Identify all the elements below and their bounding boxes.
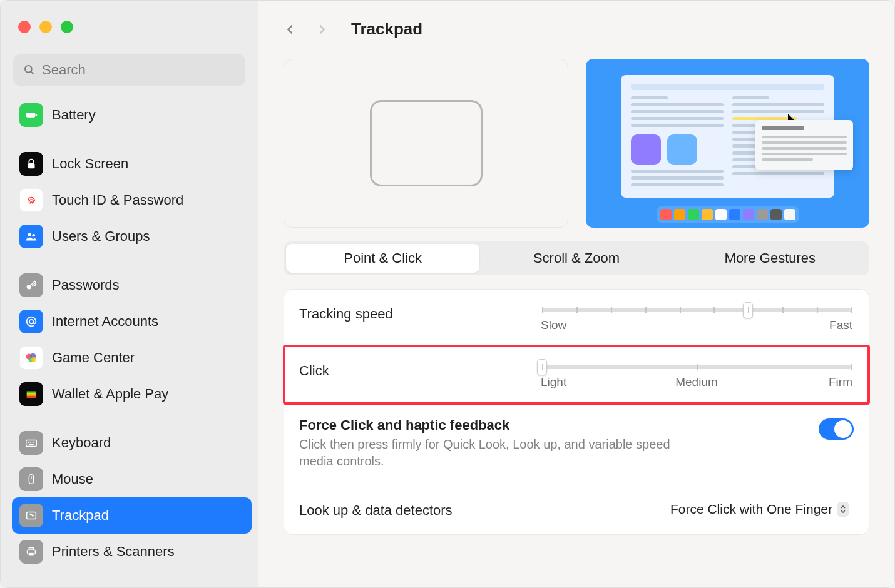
select-stepper-icon	[837, 502, 849, 517]
svg-point-0	[25, 66, 32, 73]
sidebar-item-label: Wallet & Apple Pay	[52, 386, 168, 402]
sidebar-item-battery[interactable]: Battery	[12, 97, 252, 133]
sidebar: Battery Lock Screen Touch ID & Password	[1, 1, 258, 587]
click-opt-firm: Firm	[749, 375, 852, 389]
tab-more-gestures[interactable]: More Gestures	[673, 244, 867, 273]
minimize-window-button[interactable]	[39, 21, 52, 33]
key-icon	[19, 273, 43, 297]
keyboard-icon	[19, 431, 43, 455]
battery-icon	[19, 103, 43, 127]
lookup-value: Force Click with One Finger	[670, 502, 832, 517]
sidebar-item-users-groups[interactable]: Users & Groups	[12, 218, 252, 255]
svg-rect-21	[29, 444, 33, 445]
svg-rect-22	[29, 475, 33, 484]
close-window-button[interactable]	[18, 21, 31, 33]
sidebar-item-passwords[interactable]: Passwords	[12, 267, 252, 303]
sidebar-item-wallet[interactable]: Wallet & Apple Pay	[12, 376, 252, 412]
trackpad-preview	[284, 59, 568, 228]
force-click-toggle[interactable]	[819, 418, 854, 440]
svg-rect-15	[27, 395, 36, 397]
sidebar-item-game-center[interactable]: Game Center	[12, 340, 252, 376]
mouse-icon	[19, 467, 43, 491]
svg-rect-14	[27, 393, 36, 395]
page-title: Trackpad	[351, 19, 422, 39]
tracking-speed-slider[interactable]: Slow Fast	[540, 303, 854, 332]
sidebar-item-label: Users & Groups	[52, 228, 150, 245]
gamecenter-icon	[19, 346, 43, 370]
preview-row	[258, 59, 894, 241]
search-input[interactable]	[42, 62, 235, 78]
svg-rect-27	[29, 553, 33, 556]
svg-rect-20	[33, 442, 34, 443]
svg-rect-17	[26, 440, 37, 446]
lock-icon	[19, 152, 43, 176]
back-button[interactable]	[284, 23, 297, 36]
sidebar-item-mouse[interactable]: Mouse	[12, 461, 252, 497]
trackpad-shape-icon	[370, 100, 483, 186]
slider-max-label: Fast	[829, 318, 852, 332]
click-opt-light: Light	[541, 375, 645, 389]
forward-button[interactable]	[315, 23, 329, 36]
lookup-label: Look up & data detectors	[299, 500, 650, 519]
svg-point-5	[28, 233, 32, 237]
system-settings-window: Battery Lock Screen Touch ID & Password	[0, 0, 895, 588]
search-field[interactable]	[13, 54, 245, 86]
users-icon	[19, 225, 43, 248]
row-tracking-speed: Tracking speed Slow Fast	[284, 290, 869, 347]
fingerprint-icon	[19, 188, 43, 212]
sidebar-item-label: Passwords	[52, 277, 120, 293]
svg-rect-4	[28, 163, 35, 168]
header: Trackpad	[258, 1, 894, 59]
svg-line-1	[31, 72, 34, 74]
row-lookup: Look up & data detectors Force Click wit…	[284, 484, 869, 534]
svg-rect-26	[29, 548, 33, 550]
svg-rect-18	[28, 442, 29, 443]
sidebar-item-lock-screen[interactable]: Lock Screen	[12, 146, 252, 182]
demo-dock	[657, 206, 799, 223]
svg-rect-13	[27, 391, 36, 393]
sidebar-item-label: Keyboard	[52, 435, 111, 451]
sidebar-item-label: Battery	[52, 107, 96, 123]
gesture-demo	[586, 59, 869, 228]
sidebar-item-label: Trackpad	[52, 507, 109, 524]
click-label: Click	[299, 360, 524, 379]
search-icon	[23, 63, 36, 77]
svg-rect-24	[27, 512, 36, 519]
click-slider[interactable]: Light Medium Firm	[540, 360, 854, 389]
tracking-speed-label: Tracking speed	[299, 303, 524, 322]
demo-popup	[755, 120, 853, 170]
slider-min-label: Slow	[541, 318, 566, 332]
tab-scroll-zoom[interactable]: Scroll & Zoom	[479, 244, 673, 273]
sidebar-item-label: Touch ID & Password	[52, 192, 183, 208]
svg-rect-16	[27, 397, 36, 398]
row-force-click: Force Click and haptic feedback Click th…	[284, 403, 869, 484]
lookup-select[interactable]: Force Click with One Finger	[665, 498, 854, 520]
at-icon	[19, 310, 43, 333]
sidebar-item-printers[interactable]: Printers & Scanners	[12, 534, 252, 570]
svg-point-7	[27, 285, 31, 289]
sidebar-item-label: Printers & Scanners	[52, 544, 175, 560]
sidebar-item-internet-accounts[interactable]: Internet Accounts	[12, 303, 252, 340]
settings-panel: Tracking speed Slow Fast Click	[284, 289, 869, 535]
zoom-window-button[interactable]	[61, 21, 73, 33]
demo-tile-icon	[631, 134, 661, 165]
wallet-icon	[19, 382, 43, 406]
sidebar-item-label: Lock Screen	[52, 156, 128, 172]
click-opt-medium: Medium	[645, 375, 749, 389]
sidebar-item-label: Game Center	[52, 350, 135, 366]
sidebar-list: Battery Lock Screen Touch ID & Password	[1, 92, 258, 570]
window-controls	[1, 1, 258, 47]
sidebar-item-keyboard[interactable]: Keyboard	[12, 425, 252, 461]
demo-tile-icon	[667, 134, 697, 165]
content-pane: Trackpad	[258, 1, 894, 587]
svg-rect-19	[30, 442, 31, 443]
sidebar-item-label: Internet Accounts	[52, 313, 158, 330]
sidebar-item-touch-id[interactable]: Touch ID & Password	[12, 182, 252, 218]
tab-bar: Point & Click Scroll & Zoom More Gesture…	[284, 241, 869, 275]
sidebar-item-trackpad[interactable]: Trackpad	[12, 497, 252, 534]
svg-rect-2	[26, 113, 36, 117]
tab-point-click[interactable]: Point & Click	[286, 244, 479, 273]
force-click-desc: Click then press firmly for Quick Look, …	[299, 436, 700, 470]
svg-point-6	[32, 234, 34, 236]
printer-icon	[19, 540, 43, 564]
